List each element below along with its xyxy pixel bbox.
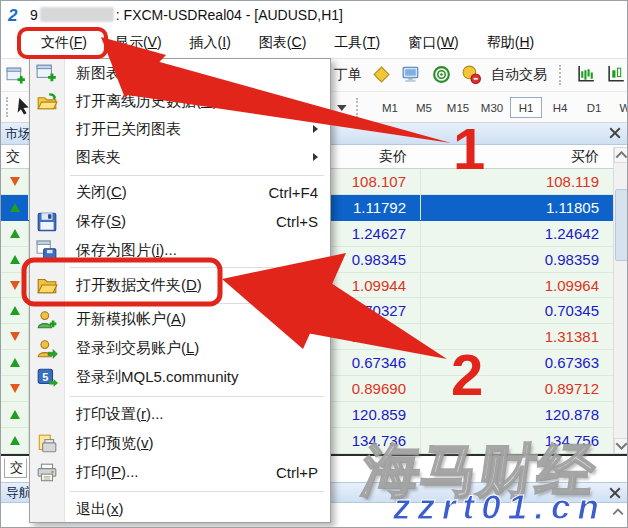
print-icon xyxy=(36,462,58,484)
chevron-down-icon[interactable] xyxy=(337,105,347,111)
menu-item-4[interactable]: 工具(T) xyxy=(320,30,394,56)
submenu-arrow-icon xyxy=(313,125,318,133)
new-order-button[interactable]: 丁单 xyxy=(334,66,362,84)
menu-item-label: 登录到交易账户(L) xyxy=(76,339,318,358)
timeframe-button-m5[interactable]: M5 xyxy=(408,97,440,118)
menu-item-label: 关闭(C) xyxy=(76,183,268,202)
file-menu-dropdown: 新图表(N)打开离线历史数据(O)打开已关闭图表图表夹关闭(C)Ctrl+F4保… xyxy=(29,58,331,523)
buy-price: 0.98359 xyxy=(421,247,613,272)
trend-down-icon xyxy=(1,273,29,298)
new-chart-icon xyxy=(36,62,58,84)
menu-separator xyxy=(30,487,330,495)
trend-up-icon xyxy=(1,350,29,375)
file-menu-item-17[interactable]: 打印(P)...Ctrl+P xyxy=(30,458,330,487)
file-menu-item-15[interactable]: 打印设置(r)... xyxy=(30,400,330,429)
close-icon[interactable] xyxy=(609,127,621,139)
menu-item-label: 图表夹 xyxy=(76,148,313,167)
menu-item-2[interactable]: 插入(I) xyxy=(176,30,245,56)
file-menu-item-1[interactable]: 打开离线历史数据(O) xyxy=(30,87,330,115)
timeframe-button-m1[interactable]: M1 xyxy=(374,97,406,118)
redacted-account-number xyxy=(40,7,114,22)
file-menu-item-7[interactable]: 保存为图片(i)... xyxy=(30,236,330,265)
save-picture-icon xyxy=(36,240,58,262)
scrollbar-thumb[interactable] xyxy=(615,189,628,261)
timeframe-button-h1[interactable]: H1 xyxy=(510,97,542,118)
buy-price: 1.31381 xyxy=(421,324,613,349)
menu-item-3[interactable]: 图表(C) xyxy=(245,30,320,56)
menu-item-label: 打开离线历史数据(O) xyxy=(76,92,318,111)
menu-item-label: 开新模拟帐户(A) xyxy=(76,310,318,329)
timeframe-button-m15[interactable]: M15 xyxy=(442,97,474,118)
market-watch-scrollbar[interactable] xyxy=(613,147,628,454)
new-chart-toolbar-icon[interactable] xyxy=(6,65,27,86)
file-menu-item-2[interactable]: 打开已关闭图表 xyxy=(30,115,330,143)
market-watch-symbols-tab[interactable]: 交 xyxy=(4,458,27,478)
mt4-window: 2 9 : FXCM-USDReal04 - [AUDUSD,H1] 文件(F)… xyxy=(0,0,628,528)
trend-up-icon xyxy=(1,428,29,453)
signals-icon[interactable] xyxy=(431,64,452,85)
candlestick-chart-icon[interactable] xyxy=(606,64,627,85)
account-prefix: 9 xyxy=(30,7,38,23)
buy-price: 120.878 xyxy=(421,402,613,427)
buy-column-header[interactable]: 买价 xyxy=(421,148,613,166)
timeframe-button-m30[interactable]: M30 xyxy=(476,97,508,118)
file-menu-item-0[interactable]: 新图表(N) xyxy=(30,59,330,87)
menu-item-label: 保存为图片(i)... xyxy=(76,241,318,260)
demo-account-icon xyxy=(36,309,58,331)
buy-price: 108.119 xyxy=(421,169,613,194)
buy-price: 1.11805 xyxy=(421,195,613,220)
file-menu-item-5[interactable]: 关闭(C)Ctrl+F4 xyxy=(30,178,330,207)
open-folder-icon xyxy=(36,274,58,296)
toolbar-gripper xyxy=(559,65,564,85)
menu-item-shortcut: Ctrl+P xyxy=(276,464,318,481)
symbol-column-header[interactable]: 交 xyxy=(1,148,29,166)
timeframe-button-d1[interactable]: D1 xyxy=(578,97,610,118)
trend-up-icon xyxy=(1,402,29,427)
open-offline-icon xyxy=(36,90,58,112)
file-menu-item-12[interactable]: 登录到交易账户(L) xyxy=(30,334,330,363)
menu-item-label: 打开已关闭图表 xyxy=(76,120,313,139)
file-menu-item-13[interactable]: 5登录到MQL5.community xyxy=(30,363,330,392)
submenu-arrow-icon xyxy=(313,153,318,161)
autotrading-icon[interactable] xyxy=(461,64,482,85)
menu-item-label: 保存(S) xyxy=(76,212,276,231)
menu-item-5[interactable]: 窗口(W) xyxy=(394,30,473,56)
metaeditor-icon[interactable] xyxy=(371,64,392,85)
bar-chart-icon[interactable] xyxy=(576,64,597,85)
menu-item-label: 登录到MQL5.community xyxy=(76,368,318,387)
trend-down-icon xyxy=(1,169,29,194)
scroll-up-icon[interactable] xyxy=(614,147,628,163)
menu-item-label: 新图表(N) xyxy=(76,64,318,83)
terminal-icon[interactable] xyxy=(401,64,422,85)
buy-price: 0.67363 xyxy=(421,350,613,375)
file-menu-item-6[interactable]: 保存(S)Ctrl+S xyxy=(30,207,330,236)
menu-separator xyxy=(30,392,330,400)
file-menu-item-9[interactable]: 打开数据文件夹(D) xyxy=(30,269,330,301)
file-menu-item-3[interactable]: 图表夹 xyxy=(30,143,330,171)
file-menu-item-16[interactable]: 打印预览(v) xyxy=(30,429,330,458)
trend-up-icon xyxy=(1,221,29,246)
mql5-icon: 5 xyxy=(36,367,58,389)
menu-item-1[interactable]: 显示(V) xyxy=(101,30,176,56)
toolbar-gripper xyxy=(356,98,361,118)
scroll-down-icon[interactable] xyxy=(614,438,628,454)
svg-text:2: 2 xyxy=(7,6,18,24)
buy-price: 1.24642 xyxy=(421,221,613,246)
trend-up-icon xyxy=(1,298,29,323)
timeframe-button-h4[interactable]: H4 xyxy=(544,97,576,118)
timeframe-button-w1[interactable]: W1 xyxy=(612,97,628,118)
close-icon[interactable] xyxy=(609,487,621,499)
menu-item-label: 打开数据文件夹(D) xyxy=(76,276,318,295)
file-menu-item-19[interactable]: 退出(x) xyxy=(30,495,330,524)
autotrading-button[interactable]: 自动交易 xyxy=(491,66,547,84)
buy-price: 0.70345 xyxy=(421,298,613,323)
menu-item-6[interactable]: 帮助(H) xyxy=(473,30,548,56)
menu-separator xyxy=(30,171,330,178)
file-menu-item-11[interactable]: 开新模拟帐户(A) xyxy=(30,305,330,334)
menu-item-label: 打印预览(v) xyxy=(76,434,318,453)
menu-item-0[interactable]: 文件(F) xyxy=(27,30,101,56)
svg-text:5: 5 xyxy=(42,370,48,382)
scroll-up-icon[interactable] xyxy=(612,508,624,516)
login-account-icon xyxy=(36,338,58,360)
trend-down-icon xyxy=(1,376,29,401)
